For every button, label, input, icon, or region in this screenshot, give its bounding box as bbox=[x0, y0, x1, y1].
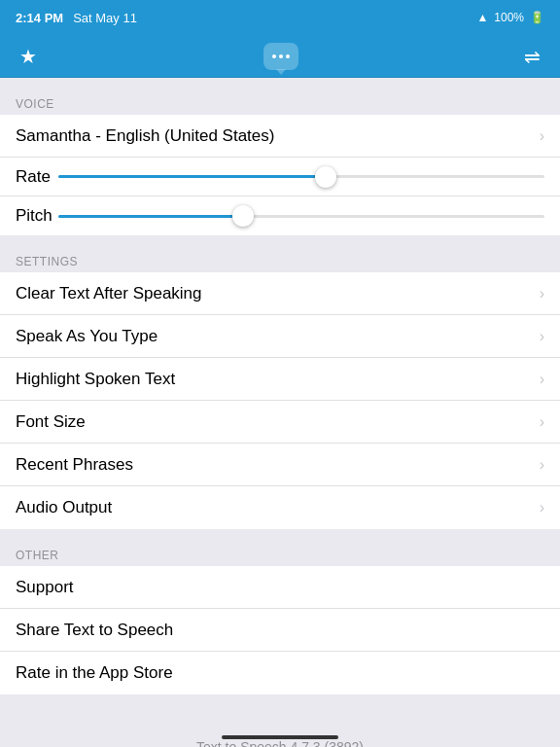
clear-text-chevron-icon: › bbox=[540, 285, 544, 302]
pitch-slider-fill bbox=[58, 215, 243, 218]
speak-as-you-type-label: Speak As You Type bbox=[16, 327, 532, 346]
battery-icon: 🔋 bbox=[530, 11, 544, 24]
pitch-label: Pitch bbox=[16, 206, 58, 226]
share-text-label: Share Text to Speech bbox=[16, 621, 544, 640]
support-label: Support bbox=[16, 578, 544, 597]
status-bar: 2:14 PM Sat May 11 ▲ 100% 🔋 bbox=[0, 0, 560, 35]
dot-1 bbox=[272, 54, 276, 58]
highlight-spoken-label: Highlight Spoken Text bbox=[16, 370, 532, 389]
rate-slider-track bbox=[58, 175, 544, 178]
other-section-spacer bbox=[0, 529, 560, 537]
highlight-spoken-row[interactable]: Highlight Spoken Text › bbox=[0, 358, 560, 401]
rate-app-store-row[interactable]: Rate in the App Store bbox=[0, 652, 560, 694]
voice-section-spacer bbox=[0, 78, 560, 86]
recent-phrases-row[interactable]: Recent Phrases › bbox=[0, 444, 560, 486]
audio-output-row[interactable]: Audio Output › bbox=[0, 486, 560, 529]
filter-settings-icon[interactable]: ⇌ bbox=[524, 45, 541, 68]
share-text-row[interactable]: Share Text to Speech bbox=[0, 609, 560, 652]
other-section-header: OTHER bbox=[0, 537, 560, 566]
rate-slider-thumb[interactable] bbox=[315, 166, 336, 188]
rate-slider-fill bbox=[58, 175, 326, 178]
signal-strength: 100% bbox=[494, 11, 524, 24]
dot-2 bbox=[279, 54, 283, 58]
font-size-chevron-icon: › bbox=[540, 413, 544, 431]
rate-app-store-label: Rate in the App Store bbox=[16, 663, 544, 683]
voice-label: Samantha - English (United States) bbox=[16, 126, 532, 146]
pitch-row: Pitch bbox=[0, 196, 560, 235]
support-row[interactable]: Support bbox=[0, 566, 560, 609]
clear-text-row[interactable]: Clear Text After Speaking › bbox=[0, 272, 560, 315]
status-date: Sat May 11 bbox=[73, 11, 137, 25]
bottom-spacer-2 bbox=[0, 702, 560, 710]
speech-bubble-icon bbox=[263, 43, 298, 70]
nav-bar: ★ ⇌ bbox=[0, 35, 560, 78]
dot-3 bbox=[286, 54, 290, 58]
rate-slider-container[interactable] bbox=[58, 167, 544, 187]
pitch-slider-track bbox=[58, 215, 544, 218]
audio-output-label: Audio Output bbox=[16, 498, 532, 517]
rate-row: Rate bbox=[0, 158, 560, 196]
voice-group: Samantha - English (United States) › Rat… bbox=[0, 115, 560, 235]
recent-phrases-label: Recent Phrases bbox=[16, 455, 532, 475]
settings-section-header: SETTINGS bbox=[0, 243, 560, 272]
wifi-icon: ▲ bbox=[476, 11, 488, 24]
audio-output-chevron-icon: › bbox=[540, 499, 544, 516]
speak-as-you-type-row[interactable]: Speak As You Type › bbox=[0, 315, 560, 358]
version-text: Text to Speech 4.7.3 (3892) bbox=[0, 710, 560, 747]
content-area: VOICE Samantha - English (United States)… bbox=[0, 78, 560, 747]
voice-chevron-icon: › bbox=[540, 127, 544, 145]
voice-section-header: VOICE bbox=[0, 86, 560, 115]
home-indicator bbox=[222, 735, 338, 739]
clear-text-label: Clear Text After Speaking bbox=[16, 284, 532, 303]
pitch-slider-container[interactable] bbox=[58, 206, 544, 226]
recent-phrases-chevron-icon: › bbox=[540, 456, 544, 474]
voice-row[interactable]: Samantha - English (United States) › bbox=[0, 115, 560, 158]
speech-dots bbox=[272, 54, 290, 58]
rate-label: Rate bbox=[16, 167, 58, 187]
speak-type-chevron-icon: › bbox=[540, 328, 544, 345]
nav-center bbox=[263, 43, 298, 70]
settings-section-spacer bbox=[0, 235, 560, 243]
status-time: 2:14 PM bbox=[16, 11, 63, 25]
settings-group: Clear Text After Speaking › Speak As You… bbox=[0, 272, 560, 529]
pitch-slider-thumb[interactable] bbox=[232, 205, 254, 227]
other-group: Support Share Text to Speech Rate in the… bbox=[0, 566, 560, 694]
highlight-chevron-icon: › bbox=[540, 371, 544, 388]
font-size-row[interactable]: Font Size › bbox=[0, 401, 560, 444]
favorites-icon[interactable]: ★ bbox=[19, 45, 37, 68]
bottom-spacer bbox=[0, 694, 560, 702]
font-size-label: Font Size bbox=[16, 412, 532, 432]
status-icons: ▲ 100% 🔋 bbox=[476, 11, 544, 24]
